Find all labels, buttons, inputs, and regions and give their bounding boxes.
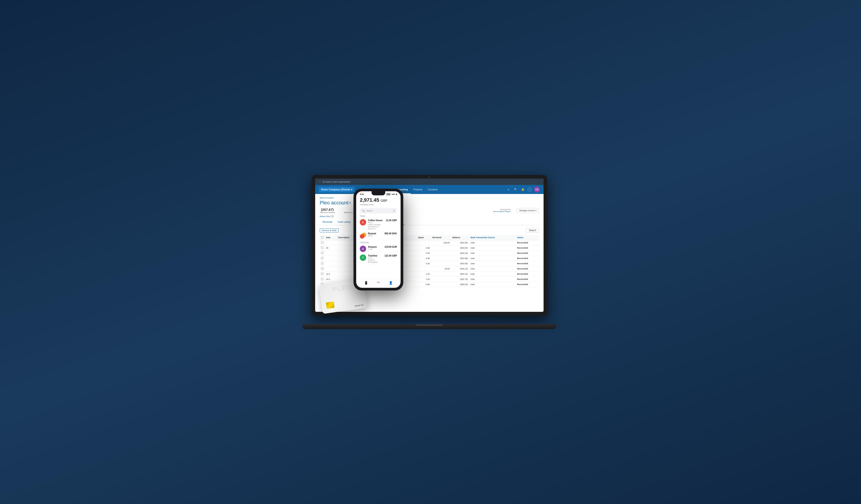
user-avatar[interactable]: CS — [534, 187, 540, 192]
row-balance: (464.64) — [451, 240, 469, 245]
row-check-4[interactable] — [321, 262, 323, 264]
phone-wrapper: 9:41 ▍▍▍ WiFi ▮ 2,971.45 GBP Ava — [354, 189, 406, 295]
wifi-icon: WiFi — [392, 193, 395, 195]
trainline-info: Trainline 12:14 Travel to Birmingham — [368, 255, 383, 263]
breadcrumb[interactable]: Bank Accounts › — [320, 197, 539, 199]
phone-search-placeholder: Search — [366, 209, 373, 212]
phone-time: 9:41 — [360, 193, 364, 195]
back-link[interactable]: ← Go back to last organisation — [319, 180, 351, 183]
tab-cash-coding[interactable]: Cash coding — [335, 219, 353, 225]
row-checkbox — [320, 277, 325, 282]
row-received — [431, 256, 451, 261]
row-status: Reconciled — [516, 266, 539, 272]
coffee-house-time: 09:41 — [368, 222, 384, 224]
table-row[interactable]: 30 PLEO PLEO 0.38 (564.64) User Reconcil… — [320, 245, 539, 251]
row-received — [431, 282, 451, 287]
coffee-house-detail: Coffee meeting with Aaron B — [368, 224, 384, 228]
pleo-circle-red — [360, 234, 364, 239]
row-status: Reconciled — [516, 261, 539, 266]
table-row[interactable]: PLEO PLEO 0.38 (563.50) User Reconciled — [320, 261, 539, 266]
row-source: User — [469, 245, 516, 251]
table-row[interactable]: PLEO PLEO 0.38 (563.88) User Reconciled — [320, 256, 539, 261]
manage-account-button[interactable]: Manage Account ▾ — [517, 208, 539, 213]
row-balance: (564.64) — [451, 245, 469, 251]
row-source: User — [469, 256, 516, 261]
phone-profile-icon[interactable]: 👤 — [389, 281, 393, 285]
row-check-1[interactable] — [321, 247, 323, 249]
table-toolbar: Remove & Redo Search — [320, 227, 539, 234]
plus-icon[interactable]: + — [506, 187, 511, 192]
row-check-6[interactable] — [321, 273, 323, 275]
coffee-house-sub: Acme Co. — [368, 228, 384, 230]
row-date: 14 A — [325, 272, 337, 277]
row-received: 100.00 — [431, 240, 451, 245]
phone-search-bar[interactable]: 🔍 Search ≡ — [360, 208, 397, 214]
row-date — [325, 261, 337, 266]
trainline-amount: 122.00 GBP — [384, 255, 397, 257]
coffee-house-info: Coffee House 09:41 Coffee meeting with A… — [368, 219, 384, 230]
reconciliation-report-link[interactable]: Reconciliation Report — [493, 210, 510, 213]
amazon-time: 17:58 — [368, 248, 383, 250]
tab-reconcile[interactable]: Reconcile — [320, 219, 335, 225]
company-selector[interactable]: Demo Company (Global) ▾ — [319, 187, 355, 192]
ryanair-info: Ryanair 08:12 — [368, 232, 383, 237]
row-received — [431, 251, 451, 256]
phone-filter-icon[interactable]: ≡ — [393, 209, 395, 212]
phone-activity-icon[interactable]: 〜 — [377, 280, 380, 285]
table-row[interactable]: PLEO PLEO 0.38 (564.26) User Reconciled — [320, 251, 539, 256]
statement-balance: (267.67) Statement Balance — [320, 208, 335, 214]
signal-icons: ▍▍▍ WiFi ▮ — [387, 193, 397, 195]
ryanair-logo — [360, 232, 366, 239]
help-icon[interactable]: ? — [528, 187, 532, 191]
row-check-3[interactable] — [321, 257, 323, 259]
search-button[interactable]: Search — [526, 228, 539, 233]
row-check-0[interactable] — [321, 241, 323, 244]
row-spent: 0.38 — [417, 261, 431, 266]
table-row[interactable]: 14 A Pagobox Aps IZ *Pagobox Aps 1.33 (5… — [320, 272, 539, 277]
remove-redo-button[interactable]: Remove & Redo — [320, 229, 339, 232]
transaction-trainline[interactable]: T Trainline 12:14 Travel to Birmingham 1… — [360, 253, 397, 264]
row-received — [431, 261, 451, 266]
phone-header: 2,971.45 GBP Available funds — [356, 196, 400, 207]
col-checkbox — [320, 235, 325, 240]
row-source: User — [469, 282, 516, 287]
col-spent: Spent — [417, 235, 431, 240]
row-checkbox — [320, 261, 325, 266]
nav-bar: Demo Company (Global) ▾ Dashboard Busine… — [315, 185, 544, 194]
row-balance: (581.79) — [451, 277, 469, 282]
amazon-avatar: A — [360, 246, 366, 252]
row-received — [431, 245, 451, 251]
transactions-table: Date Description Reference Payment Ref S… — [320, 235, 539, 287]
row-date: 14 A — [325, 277, 337, 282]
row-date — [325, 266, 337, 272]
row-status: Reconciled — [516, 277, 539, 282]
row-date: 30 — [325, 245, 337, 251]
search-icon[interactable]: 🔍 — [513, 187, 518, 192]
transaction-amazon[interactable]: A Amazon 17:58 219.00 EUR — [360, 245, 397, 253]
phone-home-icon[interactable]: 📱 — [364, 281, 368, 285]
row-check-7[interactable] — [321, 278, 323, 280]
row-check-5[interactable] — [321, 268, 323, 270]
phone-notch — [372, 191, 385, 195]
row-spent: 1.33 — [417, 272, 431, 277]
transaction-ryanair[interactable]: Ryanair 08:12 983.00 DKK — [360, 231, 397, 240]
row-checkbox — [320, 245, 325, 251]
row-source: User — [469, 266, 516, 272]
statement-amount: (267.67) — [320, 208, 335, 212]
table-row[interactable]: 100.00 (464.64) User Reconciled — [320, 240, 539, 245]
nav-contacts[interactable]: Contacts — [425, 185, 440, 194]
row-status: Reconciled — [516, 245, 539, 251]
title-dropdown-icon[interactable]: ▾ — [350, 201, 351, 204]
row-check-2[interactable] — [321, 252, 323, 254]
row-source: User — [469, 251, 516, 256]
transaction-coffee-house[interactable]: C Coffee House 09:41 Coffee meeting with… — [360, 218, 397, 231]
laptop-base — [302, 324, 556, 329]
col-bank-source: Bank Transaction Source — [469, 235, 516, 240]
select-all-checkbox[interactable] — [321, 236, 323, 239]
row-source: User — [469, 277, 516, 282]
nav-projects[interactable]: Projects — [411, 185, 425, 194]
bell-icon[interactable]: 🔔 — [520, 187, 525, 192]
table-row[interactable]: 20.00 (563.12) User Reconciled — [320, 266, 539, 272]
whats-this-link[interactable]: What's this? 💬 — [320, 215, 539, 218]
phone-bottom-nav: 📱 〜 👤 — [356, 279, 400, 288]
